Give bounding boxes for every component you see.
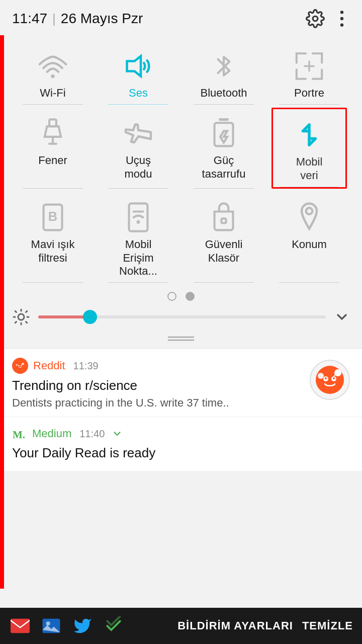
notifications-area: Reddit 11:39 Trending on r/science Denti…: [0, 348, 362, 471]
svg-marker-5: [127, 56, 141, 76]
guvenli-icon: [204, 200, 244, 235]
svg-line-22: [15, 311, 16, 312]
bottom-bar-app-icons: [9, 615, 177, 637]
status-bar: 11:47 | 26 Mayıs Pzr: [0, 0, 362, 35]
notif-medium[interactable]: M. Medium 11:40 Your Daily Read is ready: [0, 417, 362, 471]
tile-wifi[interactable]: Wi-Fi: [15, 40, 90, 105]
medium-app-icon: M.: [12, 426, 27, 441]
page-dots: [0, 283, 362, 308]
drag-handle-icon: [166, 335, 196, 341]
brightness-chevron[interactable]: [334, 309, 350, 325]
mobilerisum-label: MobilErişim Nokta...: [103, 238, 174, 278]
konum-icon: [289, 200, 329, 235]
reddit-app-name: Reddit: [33, 359, 65, 372]
tile-guc[interactable]: Güçtasarrufu: [186, 108, 261, 189]
ses-label: Ses: [129, 87, 148, 100]
svg-point-43: [333, 377, 335, 379]
svg-point-3: [340, 24, 343, 27]
brightness-fill: [38, 315, 90, 318]
tile-bluetooth[interactable]: Bluetooth: [186, 40, 261, 105]
svg-rect-14: [129, 203, 148, 231]
guc-label: Güçtasarrufu: [202, 154, 246, 181]
wifi-icon: [33, 48, 73, 84]
tile-fener[interactable]: Fener: [15, 108, 90, 189]
page-dot-2[interactable]: [186, 292, 195, 301]
brightness-icon: [12, 308, 30, 326]
svg-point-41: [318, 373, 324, 379]
medium-notif-time: 11:40: [79, 428, 105, 440]
svg-text:M.: M.: [13, 429, 25, 441]
reddit-thumb: [310, 360, 350, 400]
tile-ucus[interactable]: Uçuşmodu: [101, 108, 176, 189]
svg-point-0: [313, 16, 318, 21]
brightness-thumb[interactable]: [83, 310, 97, 324]
guc-icon: [204, 116, 244, 151]
medium-notif-title: Your Daily Read is ready: [12, 445, 350, 461]
bluetooth-label: Bluetooth: [201, 87, 247, 100]
gmail-icon[interactable]: [9, 615, 31, 637]
tile-mobilveri[interactable]: Mobilveri: [272, 108, 347, 189]
reddit-notif-time: 11:39: [73, 360, 99, 372]
notif-medium-header: M. Medium 11:40: [12, 426, 350, 441]
svg-point-32: [21, 365, 22, 367]
svg-line-26: [15, 322, 16, 323]
red-border: [0, 35, 4, 589]
bottom-bar: BİLDİRİM AYARLARI TEMİZLE: [0, 608, 362, 644]
svg-point-42: [325, 377, 327, 379]
tile-maviisik[interactable]: B Mavi ışıkfiltresi: [15, 192, 90, 283]
tile-mobilerisum[interactable]: MobilErişim Nokta...: [101, 192, 176, 283]
konum-label: Konum: [292, 238, 327, 251]
time: 11:47: [12, 11, 47, 27]
brightness-track: [38, 315, 326, 318]
notif-reddit[interactable]: Reddit 11:39 Trending on r/science Denti…: [0, 349, 362, 417]
brightness-slider[interactable]: [38, 310, 326, 324]
twitter-icon[interactable]: [71, 615, 94, 637]
svg-point-1: [340, 11, 343, 14]
medium-app-name: Medium: [32, 427, 71, 440]
svg-point-31: [18, 365, 20, 367]
mobilveri-label: Mobilveri: [296, 155, 323, 182]
svg-point-35: [16, 364, 18, 366]
svg-point-30: [16, 362, 25, 370]
ucus-label: Uçuşmodu: [124, 154, 152, 181]
tile-ses[interactable]: Ses: [101, 40, 176, 105]
gallery-icon[interactable]: [40, 615, 62, 637]
tile-guvenli[interactable]: GüvenliKlasör: [186, 192, 261, 283]
tile-portre[interactable]: Portre: [272, 40, 347, 105]
svg-point-2: [340, 17, 343, 20]
fener-label: Fener: [38, 154, 67, 167]
drag-handle[interactable]: [0, 331, 362, 348]
portre-label: Portre: [294, 87, 324, 100]
svg-point-47: [46, 621, 50, 625]
tiles-row-1: Wi-Fi Ses Bluetooth: [10, 40, 352, 105]
tiles-row-2: Fener Uçuşmodu Güçtasarrufu: [10, 108, 352, 189]
bluetooth-icon: [204, 48, 244, 84]
svg-rect-45: [11, 619, 30, 633]
mobilveri-icon: [289, 117, 329, 152]
medium-dropdown-icon[interactable]: [112, 428, 123, 439]
brightness-row: [0, 308, 362, 326]
svg-point-16: [137, 220, 140, 224]
svg-point-4: [51, 74, 55, 78]
maviisik-icon: B: [33, 200, 73, 235]
guvenli-label: GüvenliKlasör: [205, 238, 243, 265]
svg-point-19: [18, 314, 24, 320]
maviisik-label: Mavi ışıkfiltresi: [31, 238, 75, 265]
portre-icon: [289, 48, 329, 84]
clear-button[interactable]: TEMİZLE: [302, 619, 353, 632]
tiles-row-3: B Mavi ışıkfiltresi MobilErişim Nokta...: [10, 192, 352, 283]
wifi-label: Wi-Fi: [40, 87, 65, 100]
svg-line-23: [26, 322, 27, 323]
quick-tiles: Wi-Fi Ses Bluetooth: [0, 35, 362, 283]
tile-konum[interactable]: Konum: [272, 192, 347, 283]
page-dot-1[interactable]: [167, 292, 176, 301]
divider: |: [52, 11, 56, 27]
settings-icon[interactable]: [306, 9, 325, 28]
reddit-app-icon: [12, 358, 28, 374]
ses-icon: [118, 48, 158, 84]
tasks-icon[interactable]: [103, 615, 125, 637]
notification-settings-button[interactable]: BİLDİRİM AYARLARI: [177, 619, 293, 632]
more-options-icon[interactable]: [334, 9, 350, 28]
mobilerisum-icon: [118, 200, 158, 235]
reddit-notif-title: Trending on r/science: [12, 378, 302, 393]
